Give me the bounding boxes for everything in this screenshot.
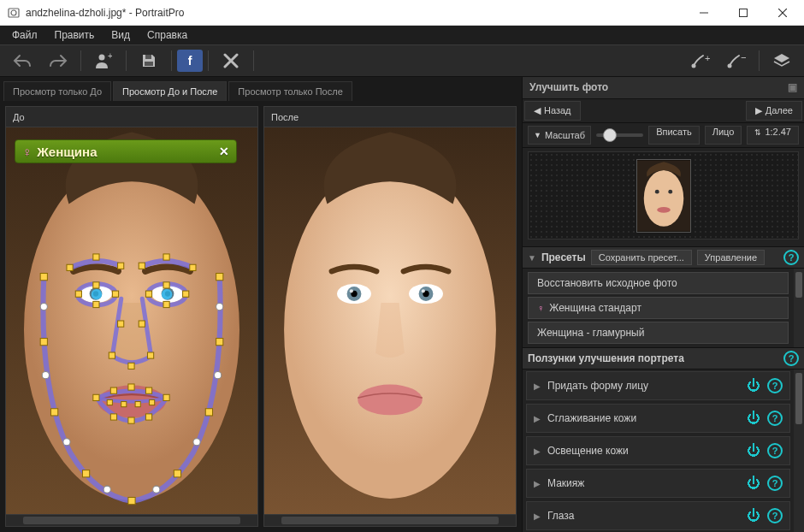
sliders-header: Ползунки улучшения портрета ? bbox=[523, 347, 804, 369]
preset-item-woman-standard[interactable]: ♀ Женщина стандарт bbox=[528, 297, 789, 319]
svg-point-90 bbox=[654, 190, 659, 194]
expand-icon: ▶ bbox=[534, 479, 541, 488]
pin-icon[interactable]: ▣ bbox=[788, 81, 797, 93]
slider-skin-lighting[interactable]: ▶ Освещение кожи ⏻ ? bbox=[526, 436, 790, 465]
window-title: andzhelina-dzholi.jpg* - PortraitPro bbox=[26, 7, 684, 19]
next-label: Далее bbox=[766, 105, 793, 115]
add-person-button[interactable]: + bbox=[86, 48, 121, 74]
window-titlebar: andzhelina-dzholi.jpg* - PortraitPro bbox=[0, 0, 804, 26]
expand-icon: ▶ bbox=[534, 446, 541, 456]
help-icon[interactable]: ? bbox=[767, 508, 783, 523]
svg-point-82 bbox=[350, 289, 353, 293]
pane-before-header: До bbox=[6, 107, 257, 127]
brush-minus-button[interactable]: − bbox=[719, 48, 754, 74]
brush-plus-button[interactable]: + bbox=[683, 48, 718, 74]
thumbnail-strip[interactable] bbox=[528, 151, 799, 239]
zoom-slider[interactable] bbox=[596, 133, 643, 137]
gender-tag-close-icon[interactable]: ✕ bbox=[219, 145, 229, 158]
svg-point-89 bbox=[643, 170, 683, 227]
power-icon[interactable]: ⏻ bbox=[747, 443, 760, 458]
zoom-face-button[interactable]: Лицо bbox=[705, 126, 742, 145]
layers-button[interactable] bbox=[765, 48, 799, 74]
svg-text:+: + bbox=[108, 52, 112, 61]
preset-list: Восстановить исходное фото ♀ Женщина ста… bbox=[523, 269, 804, 347]
preset-item-restore[interactable]: Восстановить исходное фото bbox=[528, 272, 789, 294]
undo-button[interactable] bbox=[5, 48, 39, 74]
expand-icon: ▶ bbox=[534, 381, 541, 391]
presets-collapse-icon[interactable]: ▼ bbox=[528, 253, 536, 263]
cancel-x-button[interactable] bbox=[214, 48, 248, 74]
menu-edit[interactable]: Править bbox=[46, 27, 103, 43]
tab-before-after[interactable]: Просмотр До и После bbox=[113, 81, 227, 101]
chevron-right-icon: ▶ bbox=[755, 105, 762, 116]
svg-point-20 bbox=[93, 291, 98, 296]
power-icon[interactable]: ⏻ bbox=[747, 411, 760, 426]
pane-after: После bbox=[263, 106, 517, 527]
slider-skin-smoothing[interactable]: ▶ Сглаживание кожи ⏻ ? bbox=[526, 404, 790, 433]
menu-file[interactable]: Файл bbox=[3, 27, 46, 43]
power-icon[interactable]: ⏻ bbox=[747, 508, 760, 523]
preset-item-label: Женщина - гламурный bbox=[537, 327, 644, 339]
power-icon[interactable]: ⏻ bbox=[747, 378, 760, 393]
slider-label: Глаза bbox=[547, 510, 740, 522]
preset-item-label: Восстановить исходное фото bbox=[537, 277, 677, 289]
save-preset-button[interactable]: Сохранить пресет... bbox=[591, 250, 692, 265]
pane-after-body[interactable] bbox=[264, 127, 516, 514]
help-icon[interactable]: ? bbox=[767, 476, 783, 491]
svg-point-91 bbox=[668, 190, 672, 194]
tab-before-only[interactable]: Просмотр только До bbox=[3, 81, 111, 101]
svg-point-23 bbox=[165, 291, 170, 296]
power-icon[interactable]: ⏻ bbox=[747, 476, 760, 491]
back-button[interactable]: ◀ Назад bbox=[524, 101, 581, 121]
presets-help-icon[interactable]: ? bbox=[783, 250, 799, 265]
face-thumbnail[interactable] bbox=[636, 159, 691, 233]
expand-icon: ▶ bbox=[534, 511, 541, 521]
svg-point-6 bbox=[99, 55, 105, 61]
svg-text:+: + bbox=[705, 53, 710, 63]
pane-before-body[interactable]: ♀ Женщина ✕ bbox=[6, 127, 257, 514]
zoom-dropdown[interactable]: ▼ Масштаб bbox=[528, 126, 591, 145]
pane-before-hscroll[interactable] bbox=[6, 514, 257, 526]
save-button[interactable] bbox=[132, 48, 166, 74]
maximize-button[interactable] bbox=[724, 0, 763, 26]
chevron-down-icon: ▼ bbox=[534, 131, 541, 139]
svg-point-86 bbox=[422, 289, 425, 293]
after-image bbox=[264, 127, 516, 514]
updown-icon: ⇅ bbox=[754, 128, 761, 137]
slider-makeup[interactable]: ▶ Макияж ⏻ ? bbox=[526, 469, 790, 498]
svg-point-24 bbox=[98, 386, 166, 418]
zoom-ratio-value: 1:2.47 bbox=[765, 127, 791, 137]
slider-face-shape[interactable]: ▶ Придать форму лицу ⏻ ? bbox=[526, 371, 790, 400]
preset-item-woman-glamour[interactable]: Женщина - гламурный bbox=[528, 322, 789, 344]
manage-presets-button[interactable]: Управление bbox=[697, 250, 765, 265]
pane-after-hscroll[interactable] bbox=[264, 514, 516, 526]
zoom-ratio[interactable]: ⇅1:2.47 bbox=[747, 126, 799, 145]
help-icon[interactable]: ? bbox=[767, 443, 783, 458]
next-button[interactable]: ▶ Далее bbox=[746, 101, 802, 121]
gender-tag-label: Женщина bbox=[37, 145, 97, 159]
menu-help[interactable]: Справка bbox=[139, 27, 196, 43]
right-panel: Улучшить фото ▣ ◀ Назад ▶ Далее ▼ Масшта… bbox=[522, 77, 804, 532]
sliders-help-icon[interactable]: ? bbox=[783, 351, 799, 366]
menu-view[interactable]: Вид bbox=[103, 27, 139, 43]
slider-label: Сглаживание кожи bbox=[547, 412, 740, 424]
help-icon[interactable]: ? bbox=[767, 378, 783, 393]
svg-point-92 bbox=[657, 207, 671, 213]
redo-button[interactable] bbox=[41, 48, 75, 74]
svg-rect-3 bbox=[740, 9, 748, 16]
zoom-fit-button[interactable]: Вписать bbox=[648, 126, 700, 145]
gender-tag[interactable]: ♀ Женщина ✕ bbox=[15, 139, 237, 163]
presets-title: Пресеты bbox=[541, 251, 586, 263]
right-panel-title: Улучшить фото ▣ bbox=[523, 77, 804, 99]
help-icon[interactable]: ? bbox=[767, 411, 783, 426]
minimize-button[interactable] bbox=[684, 0, 724, 26]
sliders-title: Ползунки улучшения портрета bbox=[528, 352, 778, 364]
close-button[interactable] bbox=[763, 0, 802, 26]
zoom-row: ▼ Масштаб Вписать Лицо ⇅1:2.47 bbox=[523, 123, 804, 149]
svg-point-1 bbox=[11, 10, 16, 15]
zoom-slider-thumb[interactable] bbox=[603, 128, 617, 142]
slider-eyes[interactable]: ▶ Глаза ⏻ ? bbox=[526, 501, 790, 530]
tab-after-only[interactable]: Просмотр только После bbox=[228, 81, 352, 101]
facebook-button[interactable]: f bbox=[177, 50, 203, 72]
pane-before: До bbox=[5, 106, 258, 527]
